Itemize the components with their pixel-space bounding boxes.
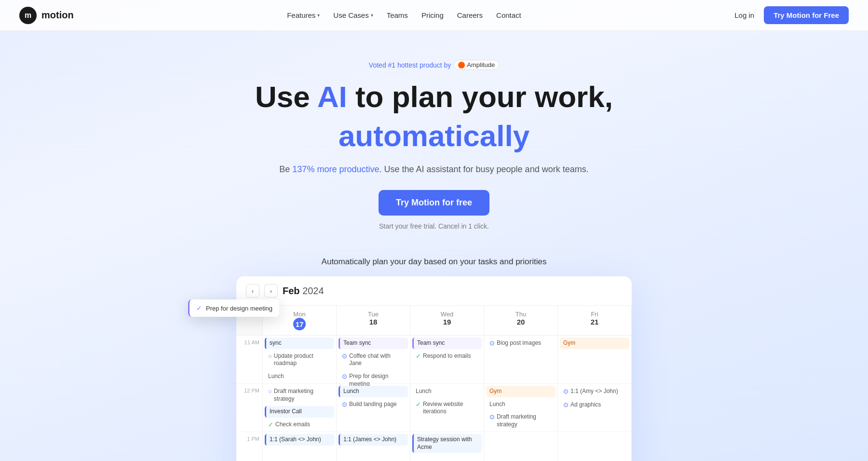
col-header-thu: Thu 20 xyxy=(484,306,558,336)
cell-fri-11am: Gym xyxy=(558,336,632,384)
hero-section: Voted #1 hottest product by Amplitude Us… xyxy=(0,31,868,257)
amplitude-badge: Amplitude xyxy=(454,60,499,70)
list-item: Lunch xyxy=(339,386,408,397)
navbar: m motion Features ▾ Use Cases ▾ Teams Pr… xyxy=(0,0,868,31)
nav-links: Features ▾ Use Cases ▾ Teams Pricing Car… xyxy=(287,11,521,19)
list-item: Investor Call xyxy=(265,406,334,418)
check-circle-icon: ⊙ xyxy=(489,339,495,348)
time-12pm: 12 PM xyxy=(236,384,263,432)
col-header-wed: Wed 19 xyxy=(410,306,484,336)
list-item: ⊙Ad graphics xyxy=(560,399,629,411)
calendar-demo: ‹ › Feb 2024 Mon 17 Tue 18 Wed 19 Thu xyxy=(236,276,632,461)
logo[interactable]: m motion xyxy=(19,7,74,24)
check-circle-icon: ✓ xyxy=(416,353,421,361)
check-circle-icon: ✓ xyxy=(416,401,421,409)
list-item: 1:1 (James <> John) xyxy=(339,434,408,446)
cell-mon-1pm: 1:1 (Sarah <> John) xyxy=(263,432,337,461)
list-item: Gym xyxy=(560,338,629,349)
cell-thu-1pm xyxy=(484,432,558,461)
time-1pm: 1 PM xyxy=(236,432,263,461)
logo-text: motion xyxy=(41,10,74,21)
list-item: ⊙Coffee chat with Jane xyxy=(339,351,408,369)
list-item: ✓Respond to emails xyxy=(412,351,482,363)
list-item: ✓Review website iterations xyxy=(412,399,482,418)
calendar-grid: Mon 17 Tue 18 Wed 19 Thu 20 Fri 21 11 AM xyxy=(236,306,632,461)
nav-contact[interactable]: Contact xyxy=(496,11,521,19)
nav-teams[interactable]: Teams xyxy=(387,11,408,19)
list-item: Lunch xyxy=(265,371,334,382)
nav-features[interactable]: Features ▾ xyxy=(287,11,320,19)
cell-wed-1pm: Strategy session with Acme xyxy=(410,432,484,461)
check-circle-icon: ⊙ xyxy=(489,413,495,421)
hero-subtitle: automatically xyxy=(10,119,858,153)
nav-careers[interactable]: Careers xyxy=(457,11,483,19)
check-circle-icon: ✓ xyxy=(268,421,273,429)
calendar-header: ‹ › Feb 2024 xyxy=(236,276,632,306)
list-item: ○Update product roadmap xyxy=(265,351,334,369)
cell-mon-11am: sync ○Update product roadmap Lunch xyxy=(263,336,337,384)
calendar-next-button[interactable]: › xyxy=(264,284,278,298)
list-item: Team sync xyxy=(339,338,408,349)
cell-tue-1pm: 1:1 (James <> John) xyxy=(337,432,410,461)
list-item: 1:1 (Sarah <> John) xyxy=(265,434,334,446)
col-header-fri: Fri 21 xyxy=(558,306,632,336)
list-item: ⊙1:1 (Amy <> John) xyxy=(560,386,629,398)
hero-cta-button[interactable]: Try Motion for free xyxy=(379,190,489,216)
list-item: sync xyxy=(265,338,334,349)
amplitude-icon xyxy=(458,62,465,68)
list-item: Team sync xyxy=(412,338,482,349)
cell-thu-12pm: Gym Lunch ⊙Draft marketing strategy xyxy=(484,384,558,432)
hero-title: Use AI to plan your work, xyxy=(10,80,858,114)
cell-thu-11am: ⊙Blog post images xyxy=(484,336,558,384)
check-circle-icon: ○ xyxy=(268,388,272,396)
list-item: Strategy session with Acme xyxy=(412,434,482,453)
list-item: ○Draft marketing strategy xyxy=(265,386,334,405)
list-item: ✓Check emails xyxy=(265,419,334,431)
try-motion-button[interactable]: Try Motion for Free xyxy=(764,6,849,24)
calendar-prev-button[interactable]: ‹ xyxy=(246,284,259,298)
list-item: ⊙Draft marketing strategy xyxy=(486,411,556,430)
floating-task-card: ✓ Prep for design meeting xyxy=(188,299,279,317)
nav-actions: Log in Try Motion for Free xyxy=(734,6,849,24)
check-icon: ✓ xyxy=(196,304,202,312)
cell-tue-12pm: Lunch ⊙Build landing page xyxy=(337,384,410,432)
check-circle-icon: ⊙ xyxy=(342,353,347,361)
calendar-title: Feb 2024 xyxy=(283,285,324,297)
list-item: Lunch xyxy=(412,386,482,397)
list-item: ⊙Blog post images xyxy=(486,338,556,350)
list-item: Gym xyxy=(486,386,556,397)
cell-wed-11am: Team sync ✓Respond to emails xyxy=(410,336,484,384)
check-circle-icon: ⊙ xyxy=(563,388,569,396)
cell-fri-12pm: ⊙1:1 (Amy <> John) ⊙Ad graphics xyxy=(558,384,632,432)
check-circle-icon: ⊙ xyxy=(563,401,569,409)
cell-mon-12pm: ○Draft marketing strategy Investor Call … xyxy=(263,384,337,432)
cell-fri-1pm xyxy=(558,432,632,461)
chevron-down-icon: ▾ xyxy=(371,13,373,18)
cell-tue-11am: Team sync ⊙Coffee chat with Jane ⊙Prep f… xyxy=(337,336,410,384)
list-item: Lunch xyxy=(486,399,556,410)
chevron-down-icon: ▾ xyxy=(317,13,320,18)
time-11am: 11 AM xyxy=(236,336,263,384)
check-circle-icon: ○ xyxy=(268,353,272,361)
hero-description: Be 137% more productive. Use the AI assi… xyxy=(10,164,858,175)
trial-text: Start your free trial. Cancel in 1 click… xyxy=(10,222,858,230)
check-circle-icon: ⊙ xyxy=(342,401,347,409)
nav-use-cases[interactable]: Use Cases ▾ xyxy=(333,11,373,19)
cell-wed-12pm: Lunch ✓Review website iterations xyxy=(410,384,484,432)
check-circle-icon: ⊙ xyxy=(342,373,347,381)
col-header-tue: Tue 18 xyxy=(337,306,410,336)
list-item: ⊙Build landing page xyxy=(339,399,408,411)
hero-badge: Voted #1 hottest product by Amplitude xyxy=(369,60,499,70)
logo-icon: m xyxy=(19,7,37,24)
section-description: Automatically plan your day based on you… xyxy=(0,257,868,267)
nav-pricing[interactable]: Pricing xyxy=(421,11,444,19)
login-link[interactable]: Log in xyxy=(734,11,754,19)
